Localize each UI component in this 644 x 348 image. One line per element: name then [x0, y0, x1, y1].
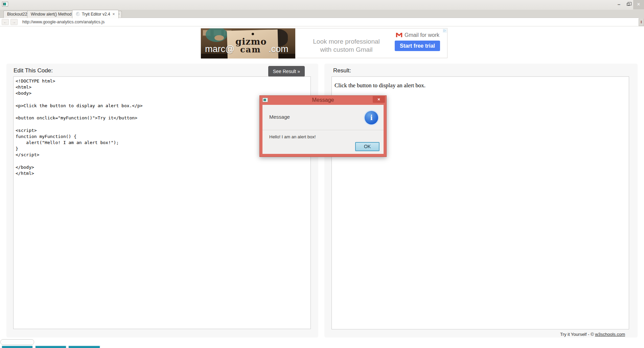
taskbar-thumbnail[interactable] — [68, 345, 100, 348]
taskbar-thumbnail[interactable] — [35, 345, 67, 348]
tab-bar: Blockout22 Window alert() Method Tryit E… — [0, 10, 644, 18]
ad-tagline: Look more professional with custom Gmail — [299, 38, 394, 54]
app-window-icon-pane — [3, 3, 6, 5]
restore-icon — [627, 3, 630, 6]
close-window-button[interactable]: × — [633, 0, 644, 9]
url-text[interactable]: http://www.google-analytics.com/analytic… — [22, 20, 105, 24]
dialog-message: Hello! I am an alert box! — [269, 134, 316, 139]
result-paragraph: Click the button to display an alert box… — [335, 82, 626, 89]
restore-button[interactable] — [624, 0, 633, 9]
ad-banner[interactable]: marc@ gizmo cam .com Look more professio… — [201, 28, 447, 58]
vertical-bars-icon[interactable]: ‖ — [639, 18, 644, 26]
ad-photo: marc@ gizmo cam .com — [201, 28, 295, 59]
dialog-body: Message i Hello! I am an alert box! OK — [262, 105, 384, 154]
adchoices-icon[interactable]: ▷ — [443, 29, 447, 33]
tab-window-alert-method[interactable]: Window alert() Method — [27, 10, 75, 18]
ad-text-marc: marc@ — [205, 44, 234, 54]
window-titlebar: – × — [0, 0, 644, 10]
footer-text: Try it Yourself - © — [560, 332, 595, 337]
tab-close-icon[interactable]: × — [113, 12, 115, 17]
tab-label: Tryit Editor v2.4 — [82, 12, 110, 17]
dialog-titlebar[interactable]: Message × — [260, 96, 386, 105]
ad-text-com: .com — [269, 44, 289, 54]
minimize-button[interactable]: – — [614, 0, 624, 9]
gmail-brand-label: Gmail for work — [405, 32, 439, 38]
address-bar: ← → http://www.google-analytics.com/anal… — [0, 18, 644, 26]
w3schools-link[interactable]: w3schools.com — [595, 332, 625, 337]
tab-tryit-editor[interactable]: Tryit Editor v2.4× — [72, 10, 119, 18]
ad-gmail-block: Gmail for work Start free trial — [392, 32, 443, 51]
start-free-trial-button[interactable]: Start free trial — [395, 41, 440, 51]
gmail-logo-icon — [395, 32, 403, 38]
ad-tagline-line2: with custom Gmail — [299, 46, 394, 54]
status-bubble — [0, 339, 34, 345]
editor-heading: Edit This Code: — [14, 67, 53, 74]
dialog-header-label: Message — [269, 114, 290, 120]
tryit-footer: Try it Yourself - © w3schools.com — [560, 332, 625, 337]
ad-text-cam: cam — [240, 45, 261, 54]
gmail-brand-row: Gmail for work — [392, 32, 443, 38]
ok-button[interactable]: OK — [355, 142, 380, 151]
result-heading: Result: — [333, 67, 351, 74]
dialog-title: Message — [260, 97, 386, 103]
ad-photo-lens-dot — [252, 33, 254, 35]
back-button[interactable]: ← — [2, 19, 9, 25]
info-icon: i — [364, 110, 379, 125]
alert-dialog: Message × Message i Hello! I am an alert… — [259, 95, 387, 157]
info-icon-glyph: i — [365, 111, 378, 124]
app-window-icon — [2, 2, 8, 6]
ad-photo-shape — [214, 35, 224, 41]
loading-spinner-icon — [76, 12, 80, 16]
ad-tagline-line1: Look more professional — [299, 38, 394, 46]
dialog-close-button[interactable]: × — [373, 96, 385, 103]
tab-label: Blockout22 — [7, 12, 27, 17]
see-result-button[interactable]: See Result » — [268, 66, 305, 77]
taskbar-thumbnail[interactable] — [1, 345, 33, 348]
forward-button[interactable]: → — [10, 19, 18, 25]
tab-label: Window alert() Method — [31, 12, 72, 17]
dialog-header: Message i — [262, 105, 384, 130]
